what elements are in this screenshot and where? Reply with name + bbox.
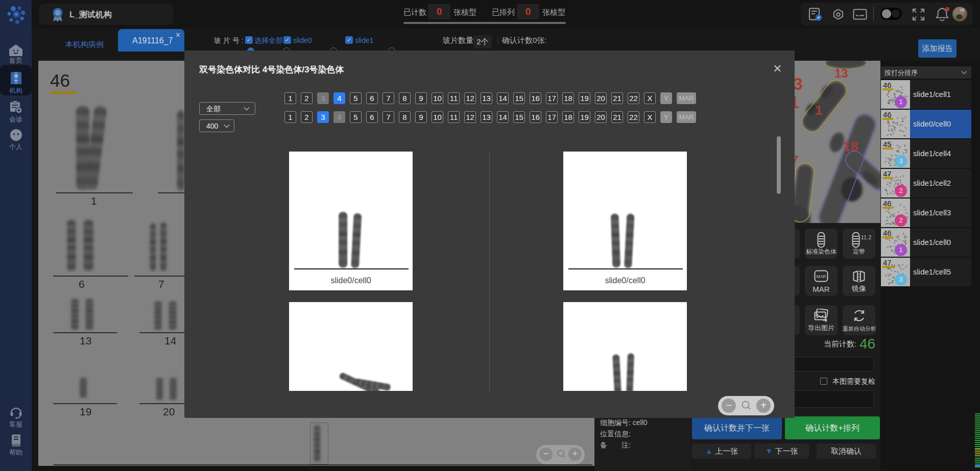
svg-text:MAR: MAR bbox=[817, 274, 826, 279]
